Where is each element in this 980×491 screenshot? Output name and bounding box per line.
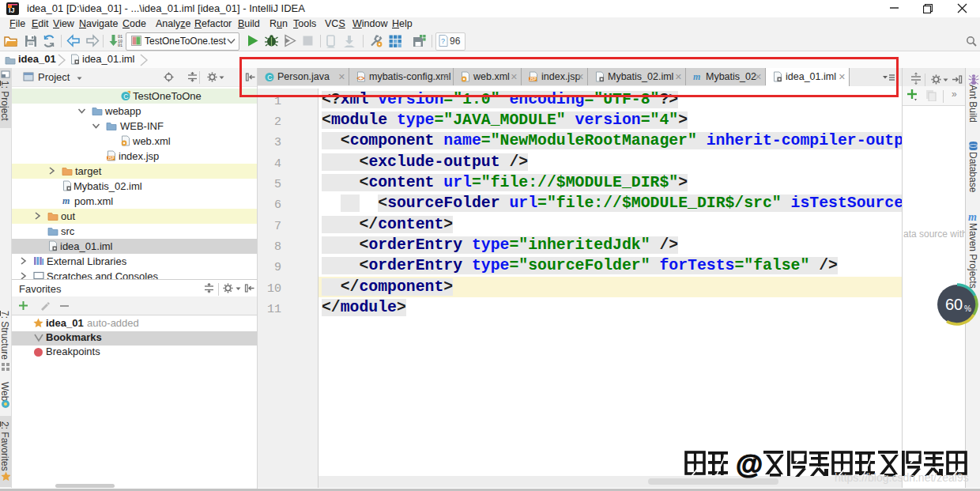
svg-text:01: 01 [118,43,122,48]
svg-text:%: % [964,304,971,313]
svg-text:m: m [968,211,977,222]
svg-text:60: 60 [945,296,963,313]
svg-text:IJ: IJ [9,6,15,14]
svg-text:JSP: JSP [107,157,115,161]
svg-text:C: C [123,93,128,100]
svg-text:?: ? [441,37,445,45]
svg-text:m: m [62,195,70,206]
